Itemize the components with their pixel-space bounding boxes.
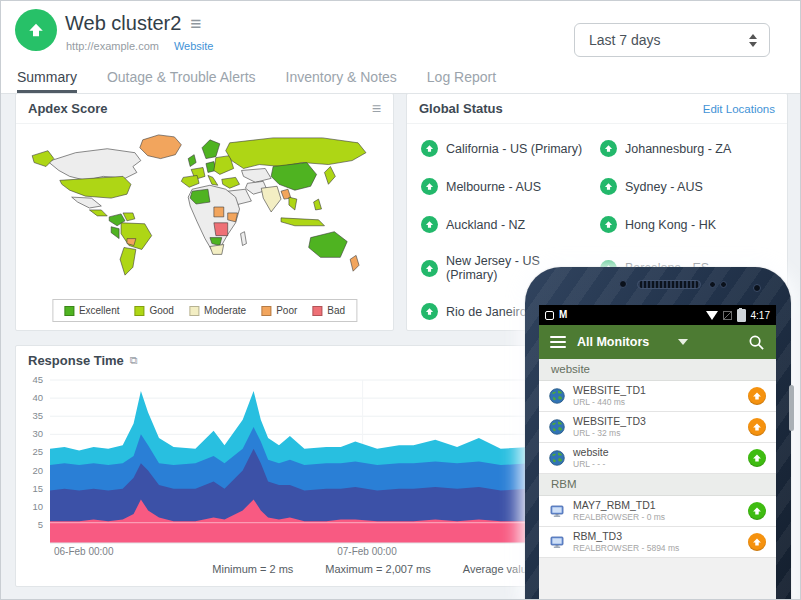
monitor-section-label: website <box>551 363 590 375</box>
globe-icon <box>549 419 565 435</box>
monitor-type-link[interactable]: Website <box>174 40 214 52</box>
monitor-detail: URL - 32 ms <box>573 428 740 439</box>
map-region-alaska <box>32 151 54 167</box>
x-axis-label-left: 06-Feb 00:00 <box>54 546 114 557</box>
svg-text:15: 15 <box>32 483 43 494</box>
monitor-status-up-icon <box>748 387 766 405</box>
apdex-score-panel: Apdex Score ≡ <box>15 93 394 331</box>
map-region-kazakhstan <box>242 168 272 182</box>
monitor-status-up-icon <box>748 418 766 436</box>
location-item[interactable]: Auckland - NZ <box>421 216 594 233</box>
tab-label: Log Report <box>427 69 496 85</box>
map-region-central-america <box>89 210 107 216</box>
monitor-list-item[interactable]: MAY7_RBM_TD1 REALBROWSER - 0 ms ⚙ <box>539 496 776 527</box>
legend-item: Good <box>134 305 173 316</box>
time-range-select[interactable]: Last 7 days <box>574 23 770 57</box>
monitor-section-header: RBM <box>539 474 776 496</box>
mail-notification-icon: M <box>559 310 567 320</box>
location-item[interactable]: Hong Kong - HK <box>600 216 773 233</box>
status-up-icon <box>421 303 438 320</box>
external-link-icon[interactable]: ⧉ <box>130 355 138 366</box>
location-label: Auckland - NZ <box>446 218 525 232</box>
svg-text:40: 40 <box>32 392 43 403</box>
monitor-status-up-icon <box>748 502 766 520</box>
monitor-texts: WEBSITE_TD3 URL - 32 ms <box>573 415 740 439</box>
apdex-menu-icon[interactable]: ≡ <box>372 101 381 117</box>
tab-summary[interactable]: Summary <box>17 63 77 93</box>
monitor-name: RBM_TD3 <box>573 530 740 543</box>
response-time-title: Response Time <box>28 353 124 368</box>
location-item[interactable]: Melbourne - AUS <box>421 178 594 195</box>
monitor-list-item[interactable]: RBM_TD3 REALBROWSER - 5894 ms ⚙ <box>539 527 776 558</box>
search-icon[interactable] <box>748 334 765 351</box>
map-region-philippines <box>314 199 322 210</box>
monitor-name: website <box>573 446 740 459</box>
svg-text:30: 30 <box>32 428 43 439</box>
map-region-italy <box>208 175 218 185</box>
legend-swatch <box>64 306 74 316</box>
time-range-value: Last 7 days <box>589 32 749 48</box>
monitor-name: WEBSITE_TD3 <box>573 415 740 428</box>
app-bar-title[interactable]: All Monitors <box>577 335 649 349</box>
monitor-status-up-icon <box>748 533 766 551</box>
svg-text:45: 45 <box>32 374 43 385</box>
monitor-name: WEBSITE_TD1 <box>573 384 740 397</box>
edit-locations-link[interactable]: Edit Locations <box>703 103 775 115</box>
tab-outage-trouble-alerts[interactable]: Outage & Trouble Alerts <box>107 63 256 93</box>
sensor-dot-icon <box>720 281 727 288</box>
tab-log-report[interactable]: Log Report <box>427 63 496 93</box>
volume-button[interactable] <box>789 385 794 431</box>
monitor-list-item[interactable]: WEBSITE_TD1 URL - 440 ms ⚙ <box>539 381 776 412</box>
map-region-greenland <box>140 135 181 159</box>
location-label: California - US (Primary) <box>446 142 582 156</box>
legend-label: Bad <box>327 305 345 316</box>
map-region-peru <box>111 227 119 239</box>
map-region-new-zealand <box>350 255 359 271</box>
hamburger-menu-icon[interactable] <box>550 336 566 348</box>
tab-inventory-notes[interactable]: Inventory & Notes <box>286 63 397 93</box>
map-region-thailand <box>289 197 297 210</box>
tab-label: Summary <box>17 69 77 85</box>
map-region-australia <box>309 232 348 258</box>
phone-body: M 4:17 All Monitors <box>525 267 791 600</box>
monitor-list-item[interactable]: WEBSITE_TD3 URL - 32 ms ⚙ <box>539 412 776 443</box>
monitor-list-item[interactable]: website URL - - - ⚙ <box>539 443 776 474</box>
svg-text:5: 5 <box>38 519 43 530</box>
monitor-detail: URL - 440 ms <box>573 397 740 408</box>
monitor-texts: website URL - - - <box>573 446 740 470</box>
location-item[interactable]: California - US (Primary) <box>421 140 594 157</box>
dropdown-caret-icon[interactable] <box>678 339 688 345</box>
map-region-drc <box>214 223 228 236</box>
sensor-dot-icon <box>753 284 761 292</box>
legend-label: Excellent <box>79 305 120 316</box>
map-region-madagascar <box>241 232 247 246</box>
legend-item: Bad <box>312 305 345 316</box>
title-menu-icon[interactable]: ≡ <box>190 14 201 33</box>
svg-text:25: 25 <box>32 446 43 457</box>
tab-bar: SummaryOutage & Trouble AlertsInventory … <box>1 63 800 94</box>
header: Web cluster2 ≡ http://example.com Websit… <box>1 1 800 63</box>
monitor-list: website WEBSITE_TD1 URL - 440 ms ⚙ <box>539 359 776 558</box>
location-item[interactable]: Johannesburg - ZA <box>600 140 773 157</box>
monitor-status-up-icon <box>748 449 766 467</box>
status-up-icon <box>421 140 438 157</box>
map-region-south-africa <box>210 245 224 255</box>
legend-label: Good <box>149 305 173 316</box>
map-region-indonesia <box>281 218 324 226</box>
svg-text:35: 35 <box>32 410 43 421</box>
map-region-brazil <box>121 223 152 250</box>
global-status-title: Global Status <box>419 101 503 116</box>
globe-icon <box>549 450 565 466</box>
legend-item: Poor <box>261 305 297 316</box>
location-item[interactable]: Sydney - AUS <box>600 178 773 195</box>
legend-item: Excellent <box>64 305 120 316</box>
map-region-iberia <box>181 175 199 187</box>
speaker-grille <box>637 280 701 289</box>
location-label: Melbourne - AUS <box>446 180 541 194</box>
no-network-icon <box>723 311 732 320</box>
x-axis-label-mid: 07-Feb 00:00 <box>337 546 397 557</box>
stat-minimum: Minimum = 2 ms <box>212 563 293 575</box>
legend-label: Poor <box>276 305 297 316</box>
browser-monitor-icon <box>549 503 565 519</box>
status-up-icon <box>421 178 438 195</box>
